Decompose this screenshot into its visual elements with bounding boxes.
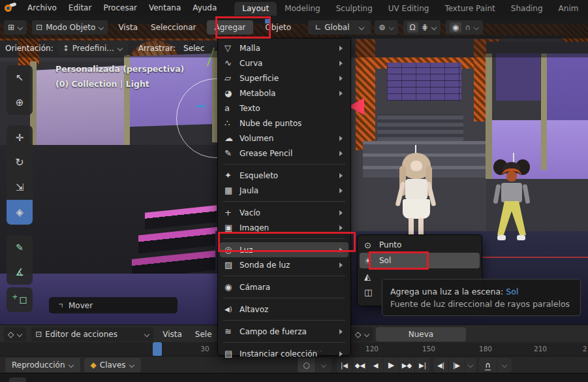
menu-archivo[interactable]: Archivo: [22, 0, 63, 16]
editor-type-selector[interactable]: ⊞: [4, 20, 27, 35]
submenu-item-label: Punto: [379, 240, 474, 249]
menu-item-label: Altavoz: [240, 305, 343, 314]
current-frame-playhead[interactable]: [153, 342, 162, 356]
action-selector[interactable]: ◇: [351, 327, 373, 342]
chevron-down-icon: [359, 25, 364, 30]
tab-sculpting[interactable]: Sculpting: [328, 2, 380, 16]
scene-post-tan-5: [541, 54, 547, 170]
menu-item-volumen[interactable]: ☁Volumen: [220, 131, 348, 146]
new-action-button[interactable]: + Nueva: [376, 327, 466, 342]
frame-step-back-button[interactable]: ◀|: [433, 358, 449, 372]
tab-anim[interactable]: Anim: [551, 2, 587, 16]
tool-cursor-button[interactable]: ⊕: [7, 90, 33, 115]
tab-uv-editing[interactable]: UV Editing: [380, 2, 437, 16]
editor-3d-viewport-icon: ⊞: [8, 24, 14, 31]
menu-editar[interactable]: Editar: [63, 0, 98, 16]
tool-add-cube-button[interactable]: + ◻: [7, 287, 33, 312]
tool-select-box-button[interactable]: ↖: [7, 65, 33, 90]
prev-keyframe-button[interactable]: ◆◀: [352, 358, 368, 372]
menu-item-metabola[interactable]: ◕Metabola: [220, 86, 348, 101]
next-editor-strip: [0, 373, 588, 382]
proportional-editing-group[interactable]: ◉ ∩: [446, 20, 483, 35]
char2-face: [506, 171, 517, 182]
submenu-arrow-icon: [339, 173, 343, 178]
mesh-icon: ▽: [224, 43, 240, 53]
blender-logo-icon[interactable]: [5, 3, 16, 12]
menu-item-grease-pencil[interactable]: ✎Grease Pencil: [220, 146, 348, 161]
menu-item-label: Curva: [240, 59, 339, 68]
menu-item-texto[interactable]: aTexto: [220, 101, 348, 116]
tooltip-line1: Agrega una luz a la escena:: [390, 287, 506, 296]
armature-icon: ✦: [224, 170, 240, 180]
tab-layout[interactable]: Layout: [234, 2, 277, 16]
menu-item-esqueleto[interactable]: ✦Esqueleto: [220, 168, 348, 183]
next-keyframe-button[interactable]: ▶◆: [399, 358, 415, 372]
menu-item-malla[interactable]: ▽Malla: [220, 40, 348, 56]
menu-item-campo-de-fuerza[interactable]: ≋Campo de fuerza: [220, 324, 348, 339]
tab-texture-paint[interactable]: Texture Paint: [437, 2, 503, 16]
snap-group[interactable]: Ω ⋕: [403, 20, 441, 35]
dopesheet-menu-sele[interactable]: Sele: [189, 330, 219, 339]
frame-step-forward-button[interactable]: |▶: [449, 358, 465, 372]
menu-item-label: Vacío: [240, 208, 339, 217]
tool-rotate-button[interactable]: ↻: [7, 150, 33, 175]
tool-scale-button[interactable]: ⇲: [7, 175, 33, 200]
submenu-arrow-icon: [339, 210, 343, 215]
tool-annotate-button[interactable]: ✎: [7, 235, 33, 260]
scene-brick-panel: [387, 63, 461, 101]
spot-light-icon: ◭: [364, 272, 379, 281]
menu-item-jaula[interactable]: ▦Jaula: [220, 183, 348, 198]
menu-item-label: Superficie: [240, 74, 339, 83]
menu-seleccionar[interactable]: Seleccionar: [144, 23, 202, 32]
tool-measure-button[interactable]: ∡: [7, 260, 33, 285]
annotation-box-luz: [218, 232, 356, 252]
transform-orientation-selector[interactable]: ∟ Global: [308, 20, 371, 35]
character-blonde[interactable]: [397, 145, 435, 236]
menu-item-camara[interactable]: ◉Cámara: [220, 279, 348, 294]
submenu-item-punto[interactable]: ⊙Punto: [360, 237, 480, 253]
menu-item-curva[interactable]: ∿Curva: [220, 56, 348, 71]
menu-item-nube-de-puntos[interactable]: ∴Nube de puntos: [220, 116, 348, 131]
step-dropdown[interactable]: [465, 358, 476, 372]
editor-type-button-partial[interactable]: [9, 377, 26, 382]
menu-ayuda[interactable]: Ayuda: [187, 0, 223, 16]
mode-selector[interactable]: ⊡ Modo Objeto: [32, 20, 108, 35]
snap-target-selector[interactable]: ⊚: [375, 20, 397, 35]
tool-transform-button[interactable]: ◈: [7, 200, 33, 225]
dopesheet-editor-type-selector[interactable]: ◇: [4, 327, 26, 342]
menu-item-altavoz[interactable]: ◀)Altavoz: [220, 302, 348, 317]
action-editor-mode-dropdown[interactable]: ⊡ Editor de acciones: [31, 327, 153, 342]
menu-item-superficie[interactable]: ▱Superficie: [220, 71, 348, 86]
tab-shading[interactable]: Shading: [503, 2, 551, 16]
pointcloud-icon: ∴: [224, 118, 240, 128]
menu-separator: [223, 298, 345, 298]
menu-item-instanciar-coleccion[interactable]: ▤Instanciar colección: [220, 346, 348, 361]
menu-item-vacio[interactable]: +Vacío: [220, 205, 348, 220]
workspace-tabs: Layout Modeling Sculpting UV Editing Tex…: [234, 0, 586, 16]
menu-item-sonda-de-luz[interactable]: ▨Sonda de luz: [220, 257, 348, 272]
chevron-down-icon: [69, 362, 74, 368]
pin-toggle-button[interactable]: ∩: [479, 358, 497, 372]
menu-vista[interactable]: Vista: [112, 23, 144, 32]
tab-modeling[interactable]: Modeling: [277, 2, 328, 16]
jump-to-end-button[interactable]: ▶|: [415, 358, 430, 372]
tool-move-button[interactable]: ✛: [7, 125, 33, 150]
play-button[interactable]: ▶: [384, 358, 399, 372]
dopesheet-menu-vista[interactable]: Vista: [156, 330, 189, 339]
viewport-view-label: Personalizada (perspectiva): [55, 64, 184, 74]
operator-panel-mover[interactable]: Mover: [49, 297, 178, 313]
submenu-arrow-icon: [339, 76, 343, 81]
menu-procesar[interactable]: Procesar: [97, 0, 143, 16]
measure-icon: ∡: [15, 268, 23, 278]
menu-ventana[interactable]: Ventana: [143, 0, 187, 16]
play-reverse-button[interactable]: ◀: [368, 358, 384, 372]
menu-item-label: Imagen: [240, 223, 339, 232]
playback-menu[interactable]: Reproducción: [5, 358, 80, 372]
char2-arm-r: [522, 184, 530, 204]
pin-dropdown[interactable]: [497, 358, 512, 372]
character-yellow-pants[interactable]: [492, 153, 531, 246]
orientation-preset-dropdown[interactable]: ↕ Predefini...: [57, 41, 128, 56]
keying-menu[interactable]: ◆ Claves: [84, 358, 141, 372]
scene-slat-wall: [377, 114, 463, 141]
menu-item-label: Esqueleto: [240, 171, 339, 180]
